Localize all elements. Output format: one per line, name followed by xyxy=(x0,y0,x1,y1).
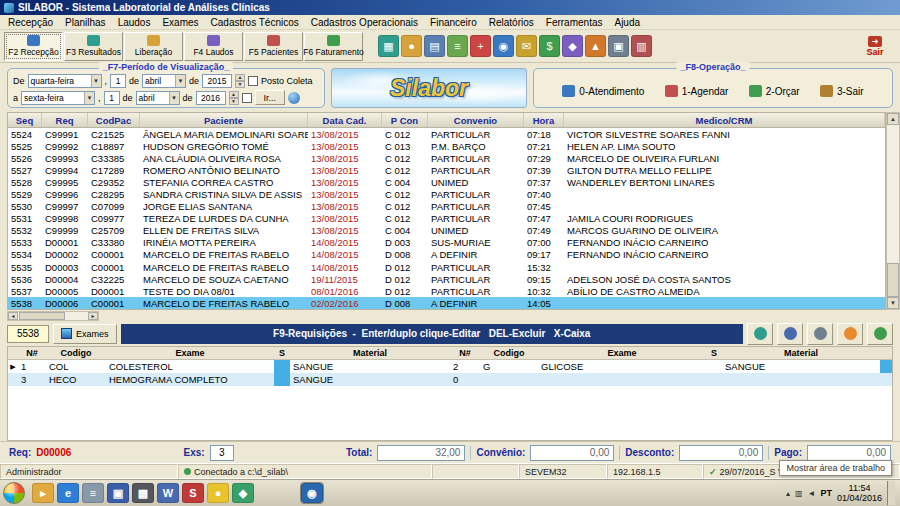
total-value[interactable]: 32,00 xyxy=(377,445,465,461)
chevron-down-icon[interactable]: ▼ xyxy=(175,75,185,87)
scroll-left-icon[interactable]: ◄ xyxy=(8,312,18,320)
table-row[interactable]: 5530 C99997 C07099 JORGE ELIAS SANTANA 1… xyxy=(8,201,885,213)
exit-button[interactable]: ➜ Sair xyxy=(854,31,896,61)
toolbar-button[interactable]: F6 Faturamento xyxy=(304,32,363,61)
scroll-right-icon[interactable]: ► xyxy=(88,312,98,320)
tools-icon[interactable]: ▲ xyxy=(585,35,606,57)
col-datacad[interactable]: Data Cad. xyxy=(308,113,382,127)
menu-item[interactable]: Cadastros Operacionais xyxy=(305,16,424,29)
col-pcon[interactable]: P Con xyxy=(382,113,428,127)
scroll-thumb[interactable] xyxy=(887,263,899,297)
col-medico[interactable]: Medico/CRM xyxy=(564,113,885,127)
globe-icon[interactable]: ◉ xyxy=(493,35,514,57)
firefly-icon[interactable]: ● xyxy=(207,483,229,503)
spinner-down-icon[interactable]: ▼ xyxy=(229,98,239,105)
health-icon[interactable]: + xyxy=(470,35,491,57)
from-weekday-select[interactable]: quarta-feira▼ xyxy=(28,74,102,88)
chart-icon[interactable]: ▦ xyxy=(378,35,399,57)
to-day-input[interactable]: 1 xyxy=(104,91,120,105)
table-row[interactable]: 5531 C99998 C09977 TEREZA DE LURDES DA C… xyxy=(8,213,885,225)
pago-value[interactable]: 0,00 xyxy=(807,445,891,461)
exam-row[interactable]: 0 xyxy=(450,373,892,386)
title-bar[interactable]: SILABOR - Sistema Laboratorial de Anális… xyxy=(0,0,900,15)
menu-item[interactable]: Recepção xyxy=(2,16,59,29)
table-row[interactable]: 5534 D00002 C00001 MARCELO DE FREITAS RA… xyxy=(8,249,885,261)
op-item-agendar[interactable]: 1-Agendar xyxy=(665,85,729,97)
table-row[interactable]: 5525 C99992 C18897 HUDSON GREGÓRIO TOMÉ … xyxy=(8,140,885,152)
menu-item[interactable]: Laudos xyxy=(112,16,157,29)
chevron-down-icon[interactable]: ▼ xyxy=(84,92,94,104)
chevron-down-icon[interactable]: ▼ xyxy=(169,92,179,104)
confirm-button[interactable] xyxy=(867,323,893,345)
from-month-select[interactable]: abril▼ xyxy=(142,74,186,88)
table-row[interactable]: 5533 D00001 C33380 IRINÉIA MOTTA PEREIRA… xyxy=(8,237,885,249)
horizontal-scrollbar[interactable]: ◄ ► xyxy=(7,311,99,321)
messenger-icon[interactable]: ◆ xyxy=(232,483,254,503)
printer-icon[interactable]: ▤ xyxy=(424,35,445,57)
exam-row[interactable]: 2 G GLICOSE SANGUE xyxy=(450,360,892,373)
toolbar-button[interactable]: Liberação xyxy=(124,32,183,61)
mail-icon[interactable]: ✉ xyxy=(516,35,537,57)
hold-button[interactable] xyxy=(837,323,863,345)
calculator-icon[interactable]: ▦ xyxy=(132,483,154,503)
table-row[interactable]: 5538 D00006 C00001 MARCELO DE FREITAS RA… xyxy=(8,297,885,309)
op-item-orcar[interactable]: 2-Orçar xyxy=(749,85,800,97)
patients-icon[interactable]: ● xyxy=(401,35,422,57)
vertical-scrollbar[interactable]: ▲ ▼ xyxy=(886,112,900,310)
table-row[interactable]: 5532 C99999 C25709 ELLEN DE FREITAS SILV… xyxy=(8,225,885,237)
menu-item[interactable]: Exames xyxy=(156,16,204,29)
browser-icon[interactable]: e xyxy=(57,483,79,503)
notepad-icon[interactable]: ≡ xyxy=(82,483,104,503)
op-item-sair[interactable]: 3-Sair xyxy=(820,85,864,97)
tray-expand-icon[interactable]: ▴ xyxy=(786,489,790,498)
scroll-track[interactable] xyxy=(887,125,899,297)
toolbar-button[interactable]: F5 Pacientes xyxy=(244,32,303,61)
silabor-app-icon[interactable]: ◉ xyxy=(301,483,323,503)
start-button[interactable] xyxy=(3,482,25,504)
chevron-down-icon[interactable]: ▼ xyxy=(91,75,101,87)
show-desktop-button[interactable] xyxy=(887,481,895,505)
media-player-icon[interactable]: ▣ xyxy=(107,483,129,503)
scroll-down-icon[interactable]: ▼ xyxy=(887,297,899,309)
table-row[interactable]: 5537 D00005 D00001 TESTE DO DIA 08/01 08… xyxy=(8,285,885,297)
menu-item[interactable]: Ajuda xyxy=(608,16,646,29)
language-indicator[interactable]: PT xyxy=(820,488,832,498)
menu-item[interactable]: Planilhas xyxy=(59,16,112,29)
to-year-input[interactable]: 2016 xyxy=(196,91,226,105)
op-item-atendimento[interactable]: 0-Atendimento xyxy=(562,85,644,97)
exam-row[interactable]: 3 HECO HEMOGRAMA COMPLETO SANGUE xyxy=(8,373,450,386)
secondary-checkbox[interactable] xyxy=(242,93,252,103)
go-button[interactable]: Ir... xyxy=(255,90,286,105)
taskbar-clock[interactable]: 11:54 01/04/2016 xyxy=(837,483,882,503)
table-row[interactable]: 5526 C99993 C33385 ANA CLÁUDIA OLIVEIRA … xyxy=(8,152,885,164)
labels-button[interactable] xyxy=(777,323,803,345)
folder-icon[interactable]: ▸ xyxy=(32,483,54,503)
spinner-up-icon[interactable]: ▲ xyxy=(229,91,239,98)
exames-button[interactable]: Exames xyxy=(53,324,117,344)
from-day-input[interactable]: 1 xyxy=(110,74,126,88)
toolbar-button[interactable]: F2 Recepção xyxy=(4,32,63,61)
to-weekday-select[interactable]: sexta-feira▼ xyxy=(21,91,95,105)
desconto-value[interactable]: 0,00 xyxy=(679,445,763,461)
from-year-input[interactable]: 2015 xyxy=(202,74,232,88)
toolbar-button[interactable]: F4 Laudos xyxy=(184,32,243,61)
year-spinner[interactable]: ▲▼ xyxy=(235,74,245,88)
menu-item[interactable]: Financeiro xyxy=(424,16,483,29)
table-row[interactable]: 5524 C99991 C21525 ÂNGELA MARIA DEMOLINA… xyxy=(8,128,885,140)
document-icon[interactable]: ≡ xyxy=(447,35,468,57)
monitor-icon[interactable]: ▣ xyxy=(608,35,629,57)
menu-item[interactable]: Cadastros Técnicos xyxy=(205,16,305,29)
seq-number-box[interactable]: 5538 xyxy=(7,325,49,343)
col-paciente[interactable]: Paciente xyxy=(140,113,308,127)
calendar-icon[interactable]: ▥ xyxy=(631,35,652,57)
col-hora[interactable]: Hora xyxy=(524,113,564,127)
toolbar-button[interactable]: F3 Resultados xyxy=(64,32,123,61)
table-row[interactable]: 5535 D00003 C00001 MARCELO DE FREITAS RA… xyxy=(8,261,885,273)
cash-icon[interactable]: $ xyxy=(539,35,560,57)
sign-button[interactable] xyxy=(747,323,773,345)
spinner-down-icon[interactable]: ▼ xyxy=(235,81,245,88)
users-icon[interactable]: ◆ xyxy=(562,35,583,57)
year-spinner[interactable]: ▲▼ xyxy=(229,91,239,105)
spinner-up-icon[interactable]: ▲ xyxy=(235,74,245,81)
to-month-select[interactable]: abril▼ xyxy=(136,91,180,105)
